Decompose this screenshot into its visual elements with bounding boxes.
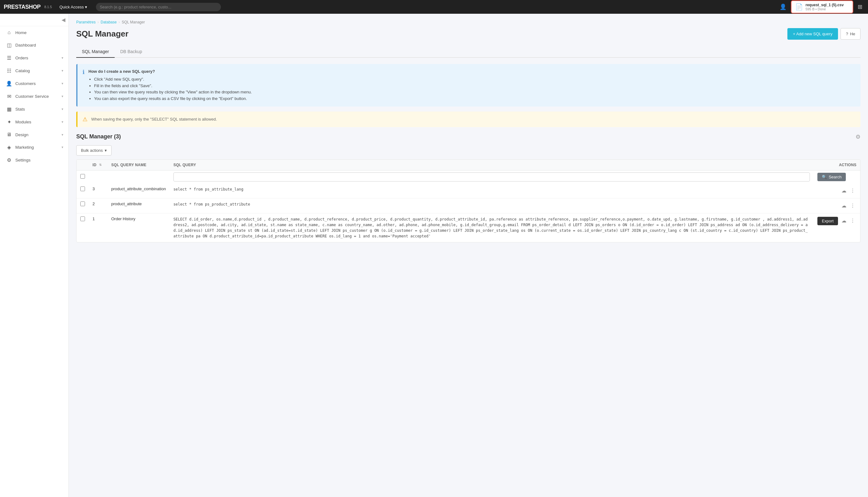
search-actions-cell: 🔍 Search	[814, 170, 860, 183]
main-content: Paramètres › Database › SQL Manager SQL …	[69, 14, 868, 497]
row1-more-button[interactable]: ⋮	[849, 216, 856, 225]
quick-access-label: Quick Access	[59, 5, 84, 9]
row3-checkbox-cell	[76, 183, 89, 198]
sidebar-item-design[interactable]: 🖥 Design ▾	[0, 128, 68, 141]
sidebar-label-modules: Modules	[15, 120, 58, 124]
row2-export-button[interactable]: ☁	[840, 201, 848, 210]
bulk-actions-button[interactable]: Bulk actions ▾	[76, 145, 112, 156]
row2-actions: ☁ ⋮	[814, 198, 860, 213]
table-search-row: 🔍 Search	[76, 170, 860, 183]
row3-id: 3	[89, 183, 108, 198]
table-row: 2 product_attribute select * from ps_pro…	[76, 198, 860, 213]
sidebar-item-home[interactable]: ⌂ Home	[0, 26, 68, 39]
search-checkbox-cell	[76, 170, 89, 183]
sidebar-item-orders[interactable]: ☰ Orders ▾	[0, 52, 68, 65]
help-button[interactable]: ? He	[840, 28, 860, 40]
row3-sql-name: product_attribute_combination	[108, 183, 170, 198]
customer-service-arrow-icon: ▾	[61, 94, 63, 98]
help-label: He	[850, 31, 855, 36]
tab-sql-manager[interactable]: SQL Manager	[76, 46, 115, 58]
breadcrumb-parametres[interactable]: Paramètres	[76, 20, 96, 24]
breadcrumb-sep-2: ›	[118, 20, 120, 24]
table-row: 3 product_attribute_combination select *…	[76, 183, 860, 198]
sidebar-label-marketing: Marketing	[15, 145, 58, 150]
orders-arrow-icon: ▾	[61, 56, 63, 60]
row1-checkbox-cell	[76, 213, 89, 242]
dashboard-icon: ◫	[6, 42, 12, 48]
info-list: Click "Add new SQL query". Fill in the f…	[94, 76, 252, 102]
header-actions: Actions	[814, 160, 860, 171]
info-item-2: Fill in the fields and click "Save".	[94, 83, 252, 89]
stats-icon: ▦	[6, 106, 12, 112]
download-notification: 📄 request_sql_1 (5).csv 595 B • Done	[791, 0, 853, 13]
select-all-checkbox[interactable]	[80, 174, 85, 179]
topbar-profile-icon[interactable]: 👤	[778, 2, 788, 12]
id-sort-wrap[interactable]: ID ⇅	[93, 163, 104, 167]
logo: PRESTASHOP	[4, 4, 41, 10]
warning-triangle-icon: ⚠	[83, 116, 87, 123]
tab-db-backup[interactable]: DB Backup	[115, 46, 148, 58]
bulk-actions-arrow-icon: ▾	[105, 148, 107, 153]
row3-export-button[interactable]: ☁	[840, 186, 848, 195]
download-file-icon: 📄	[795, 3, 803, 11]
sql-table: ID ⇅ SQL query name SQL query Actions	[76, 160, 860, 242]
download-info: request_sql_1 (5).csv 595 B • Done	[806, 3, 844, 11]
sidebar-item-dashboard[interactable]: ◫ Dashboard	[0, 39, 68, 52]
orders-icon: ☰	[6, 55, 12, 61]
sidebar-label-home: Home	[15, 30, 63, 35]
catalog-arrow-icon: ▾	[61, 69, 63, 73]
table-search-button[interactable]: 🔍 Search	[817, 173, 846, 181]
table-search-input[interactable]	[173, 172, 810, 182]
row3-sql-text: select * from ps_attribute_lang	[173, 187, 243, 191]
warning-text: When saving the query, only the "SELECT"…	[91, 117, 217, 122]
catalog-icon: ☷	[6, 68, 12, 74]
marketing-arrow-icon: ▾	[61, 145, 63, 149]
info-item-4: You can also export the query results as…	[94, 96, 252, 102]
info-item-1: Click "Add new SQL query".	[94, 76, 252, 83]
tabs: SQL Manager DB Backup	[76, 46, 860, 58]
warning-box: ⚠ When saving the query, only the "SELEC…	[76, 112, 860, 127]
breadcrumb-database[interactable]: Database	[101, 20, 116, 24]
add-new-sql-query-button[interactable]: + Add new SQL query	[787, 28, 838, 40]
row1-checkbox[interactable]	[80, 216, 85, 221]
export-popup: Export	[817, 217, 838, 225]
search-icon: 🔍	[822, 175, 827, 179]
sidebar-toggle-button[interactable]: ◀	[0, 14, 68, 26]
modules-arrow-icon: ▾	[61, 120, 63, 124]
row2-more-button[interactable]: ⋮	[849, 201, 856, 210]
header-sql-query: SQL query	[170, 160, 814, 171]
sidebar-label-customers: Customers	[15, 81, 58, 86]
sidebar-item-customers[interactable]: 👤 Customers ▾	[0, 77, 68, 90]
gear-icon[interactable]: ⚙	[855, 133, 860, 140]
sidebar-item-catalog[interactable]: ☷ Catalog ▾	[0, 65, 68, 77]
row2-sql-text: select * from ps_product_attribute	[173, 202, 250, 207]
design-arrow-icon: ▾	[61, 133, 63, 137]
quick-access-button[interactable]: Quick Access ▾	[57, 3, 90, 11]
sidebar-item-settings[interactable]: ⚙ Settings	[0, 154, 68, 167]
table-body: 3 product_attribute_combination select *…	[76, 183, 860, 242]
search-query-cell	[170, 170, 814, 183]
row2-checkbox[interactable]	[80, 201, 85, 206]
row3-checkbox[interactable]	[80, 186, 85, 191]
sidebar-item-marketing[interactable]: ◈ Marketing ▾	[0, 141, 68, 154]
topbar-search-input[interactable]	[96, 3, 221, 11]
help-icon: ?	[846, 31, 848, 36]
row1-export-button[interactable]: ☁	[840, 216, 848, 225]
info-title: How do I create a new SQL query?	[88, 69, 155, 74]
sidebar-item-stats[interactable]: ▦ Stats ▾	[0, 103, 68, 116]
search-label: Search	[829, 175, 841, 179]
row3-more-button[interactable]: ⋮	[849, 186, 856, 195]
topbar-right: 👤 📄 request_sql_1 (5).csv 595 B • Done ⊞	[778, 0, 864, 13]
header-id[interactable]: ID ⇅	[89, 160, 108, 171]
customer-service-icon: ✉	[6, 94, 12, 99]
sidebar-item-modules[interactable]: ✦ Modules ▾	[0, 116, 68, 128]
topbar-extensions-icon[interactable]: ⊞	[856, 2, 864, 12]
sidebar-label-customer-service: Customer Service	[15, 94, 58, 99]
row3-sql-query: select * from ps_attribute_lang	[170, 183, 814, 198]
sidebar-item-customer-service[interactable]: ✉ Customer Service ▾	[0, 90, 68, 103]
info-item-3: You can then view the query results by c…	[94, 89, 252, 96]
sidebar: ◀ ⌂ Home ◫ Dashboard ☰ Orders ▾ ☷ Catalo…	[0, 14, 69, 497]
sidebar-label-stats: Stats	[15, 107, 58, 112]
row2-sql-name: product_attribute	[108, 198, 170, 213]
breadcrumb-sep-1: ›	[98, 20, 99, 24]
